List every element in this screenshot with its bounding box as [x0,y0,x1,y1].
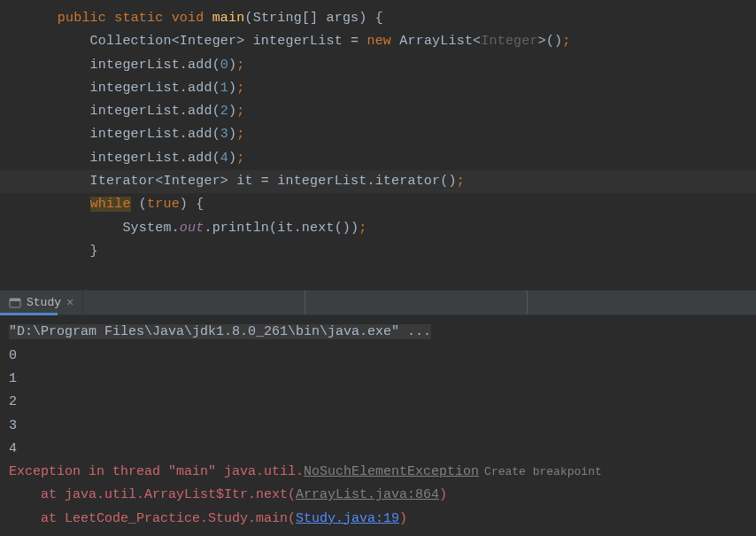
code-line: public static void main(String[] args) { [25,7,756,30]
code-text: ) [228,81,236,96]
tab-spacer [83,291,305,315]
field-out: out [180,221,204,236]
code-line: integerList.add(2); [25,100,756,123]
code-text: integerList.add( [25,127,220,142]
code-text: ( [131,197,147,212]
code-line: integerList.add(1); [25,77,756,100]
close-icon[interactable]: × [66,296,73,310]
number-literal: 4 [220,151,228,166]
semicolon: ; [236,104,244,119]
stacktrace-text: ) [399,511,407,526]
keyword-while-highlighted: while [90,197,131,212]
tab-study[interactable]: Study × [0,291,83,315]
console-output[interactable]: "D:\Program Files\Java\jdk1.8.0_261\bin\… [0,315,756,536]
console-stacktrace-line: at java.util.ArrayList$Itr.next(ArrayLis… [9,484,747,507]
code-text: System. [25,221,180,236]
console-output-line: 2 [9,391,747,414]
semicolon: ; [359,221,366,236]
exception-text: Exception in thread "main" java.util. [9,464,304,479]
exception-class-link[interactable]: NoSuchElementException [304,464,479,479]
number-literal: 0 [220,58,228,73]
code-text: Collection<Integer> integerList = [25,34,366,49]
semicolon: ; [236,81,244,96]
stacktrace-link[interactable]: Study.java:19 [296,511,399,526]
stacktrace-text: at LeetCode_Practice.Study.main( [9,511,296,526]
semicolon: ; [236,58,244,73]
semicolon: ; [457,174,465,189]
code-line: Collection<Integer> integerList = new Ar… [25,30,756,53]
create-breakpoint-link[interactable]: Create breakpoint [484,465,602,478]
semicolon: ; [236,151,244,166]
code-container: public static void main(String[] args) {… [16,7,756,263]
keyword-true: true [147,197,180,212]
console-output-line: 4 [9,438,747,461]
code-text: ) { [180,197,204,212]
code-editor[interactable]: public static void main(String[] args) {… [0,0,756,290]
keyword-void: void [172,11,204,26]
console-output-line: 3 [9,415,747,438]
code-line: } [25,240,756,263]
console-cmd: "D:\Program Files\Java\jdk1.8.0_261\bin\… [9,321,747,344]
run-tab-bar: Study × [0,290,756,315]
code-text: ) [228,104,236,119]
code-text: integerList.add( [25,58,220,73]
console-exception-line: Exception in thread "main" java.util.NoS… [9,461,747,484]
code-line: integerList.add(0); [25,54,756,77]
code-line-highlighted: Iterator<Integer> it = integerList.itera… [0,170,756,193]
code-text: >() [538,34,563,49]
code-text: Iterator<Integer> it = integerList.itera… [25,174,457,189]
keyword-public: public [58,11,106,26]
number-literal: 2 [220,104,228,119]
code-text: ArrayList< [391,34,481,49]
stacktrace-link[interactable]: ArrayList.java:864 [296,487,439,502]
number-literal: 3 [220,127,228,142]
stacktrace-text: ) [439,487,447,502]
code-line: System.out.println(it.next()); [25,217,756,240]
code-text: } [25,244,98,259]
console-stacktrace-line: at LeetCode_Practice.Study.main(Study.ja… [9,508,747,531]
java-command: "D:\Program Files\Java\jdk1.8.0_261\bin\… [9,324,431,339]
stacktrace-text: at java.util.ArrayList$Itr.next( [9,487,296,502]
params: (String[] args) { [244,11,382,26]
svg-rect-1 [10,299,20,301]
code-text: ) [228,58,236,73]
code-text: integerList.add( [25,81,220,96]
keyword-new: new [366,34,391,49]
indent [25,197,90,212]
code-text: integerList.add( [25,104,220,119]
tab-spacer-area [83,291,756,315]
number-literal: 1 [220,81,228,96]
editor-gutter [0,0,16,290]
code-text: integerList.add( [25,151,220,166]
run-config-icon [9,298,21,308]
semicolon: ; [562,34,570,49]
code-line: integerList.add(4); [25,147,756,170]
tab-label: Study [27,296,61,309]
code-text: ) [228,151,236,166]
tab-spacer [305,291,528,315]
code-text: ) [228,127,236,142]
keyword-static: static [114,11,163,26]
console-output-line: 1 [9,368,747,391]
code-line: while (true) { [25,193,756,216]
generic-type: Integer [481,34,537,49]
method-name: main [212,11,245,26]
code-text: .println(it.next()) [204,221,359,236]
semicolon: ; [236,127,244,142]
console-output-line: 0 [9,345,747,368]
code-line: integerList.add(3); [25,123,756,146]
